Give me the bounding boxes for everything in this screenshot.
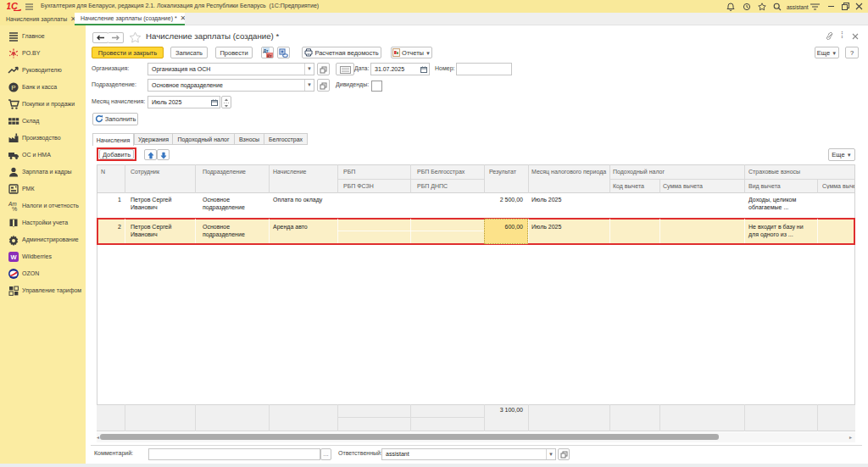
svg-text:%: %	[12, 206, 17, 212]
svg-text:W: W	[10, 253, 17, 261]
svg-text:1С: 1С	[7, 2, 19, 11]
svg-text:Р: Р	[11, 84, 15, 92]
